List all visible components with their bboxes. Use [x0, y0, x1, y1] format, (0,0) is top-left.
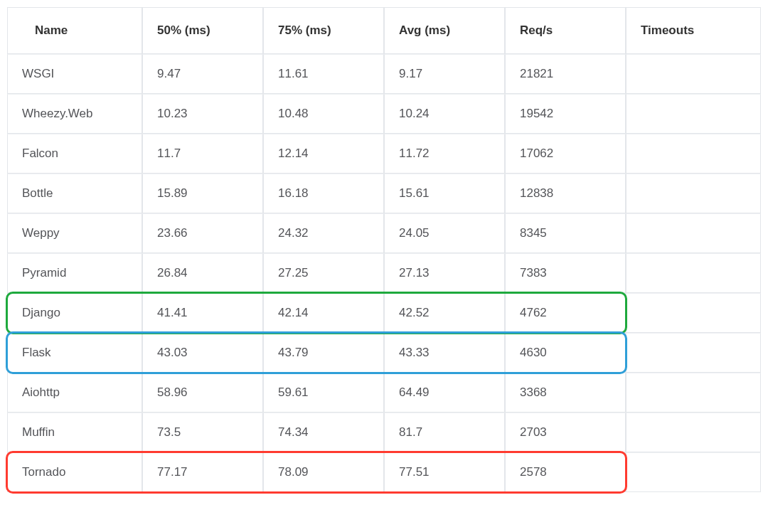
table-row: Django 41.41 42.14 42.52 4762 [7, 293, 761, 333]
cell-p50: 73.5 [142, 413, 263, 452]
cell-name: Weppy [7, 213, 142, 253]
col-header-avg: Avg (ms) [384, 7, 505, 54]
cell-avg: 27.13 [384, 253, 505, 293]
cell-p75: 12.14 [263, 134, 384, 174]
cell-avg: 24.05 [384, 213, 505, 253]
cell-p75: 11.61 [263, 54, 384, 94]
cell-name: WSGI [7, 54, 142, 94]
cell-timeouts [626, 54, 761, 94]
table-row: Wheezy.Web 10.23 10.48 10.24 19542 [7, 94, 761, 134]
table-row: WSGI 9.47 11.61 9.17 21821 [7, 54, 761, 94]
benchmark-table: Name 50% (ms) 75% (ms) Avg (ms) Req/s Ti… [7, 7, 761, 492]
cell-timeouts [626, 452, 761, 492]
col-header-reqs: Req/s [505, 7, 626, 54]
cell-timeouts [626, 413, 761, 452]
cell-reqs: 4630 [505, 333, 626, 373]
cell-reqs: 8345 [505, 213, 626, 253]
col-header-p75: 75% (ms) [263, 7, 384, 54]
cell-avg: 77.51 [384, 452, 505, 492]
cell-avg: 10.24 [384, 94, 505, 134]
table-row: Bottle 15.89 16.18 15.61 12838 [7, 174, 761, 213]
cell-name: Django [7, 293, 142, 333]
cell-p75: 10.48 [263, 94, 384, 134]
cell-name: Aiohttp [7, 373, 142, 413]
cell-timeouts [626, 134, 761, 174]
col-header-name: Name [7, 7, 142, 54]
cell-p75: 43.79 [263, 333, 384, 373]
cell-p50: 11.7 [142, 134, 263, 174]
cell-avg: 15.61 [384, 174, 505, 213]
col-header-p50: 50% (ms) [142, 7, 263, 54]
cell-p50: 23.66 [142, 213, 263, 253]
cell-p50: 10.23 [142, 94, 263, 134]
cell-timeouts [626, 174, 761, 213]
cell-reqs: 2703 [505, 413, 626, 452]
cell-name: Flask [7, 333, 142, 373]
cell-timeouts [626, 293, 761, 333]
table-row: Muffin 73.5 74.34 81.7 2703 [7, 413, 761, 452]
table-row: Pyramid 26.84 27.25 27.13 7383 [7, 253, 761, 293]
cell-timeouts [626, 373, 761, 413]
cell-p50: 77.17 [142, 452, 263, 492]
cell-reqs: 19542 [505, 94, 626, 134]
cell-p75: 42.14 [263, 293, 384, 333]
cell-name: Pyramid [7, 253, 142, 293]
cell-p75: 78.09 [263, 452, 384, 492]
cell-p50: 26.84 [142, 253, 263, 293]
cell-p50: 9.47 [142, 54, 263, 94]
cell-timeouts [626, 213, 761, 253]
table-row: Aiohttp 58.96 59.61 64.49 3368 [7, 373, 761, 413]
cell-p75: 74.34 [263, 413, 384, 452]
cell-avg: 42.52 [384, 293, 505, 333]
table-wrapper: Name 50% (ms) 75% (ms) Avg (ms) Req/s Ti… [7, 7, 761, 492]
cell-reqs: 21821 [505, 54, 626, 94]
cell-name: Bottle [7, 174, 142, 213]
cell-p75: 59.61 [263, 373, 384, 413]
cell-avg: 43.33 [384, 333, 505, 373]
col-header-timeouts: Timeouts [626, 7, 761, 54]
cell-reqs: 7383 [505, 253, 626, 293]
cell-reqs: 12838 [505, 174, 626, 213]
cell-reqs: 3368 [505, 373, 626, 413]
cell-p50: 41.41 [142, 293, 263, 333]
cell-name: Falcon [7, 134, 142, 174]
cell-avg: 64.49 [384, 373, 505, 413]
cell-avg: 9.17 [384, 54, 505, 94]
table-row: Flask 43.03 43.79 43.33 4630 [7, 333, 761, 373]
table-row: Falcon 11.7 12.14 11.72 17062 [7, 134, 761, 174]
cell-p75: 16.18 [263, 174, 384, 213]
cell-p75: 24.32 [263, 213, 384, 253]
cell-p75: 27.25 [263, 253, 384, 293]
table-row: Weppy 23.66 24.32 24.05 8345 [7, 213, 761, 253]
cell-p50: 15.89 [142, 174, 263, 213]
cell-reqs: 17062 [505, 134, 626, 174]
cell-p50: 58.96 [142, 373, 263, 413]
table-header-row: Name 50% (ms) 75% (ms) Avg (ms) Req/s Ti… [7, 7, 761, 54]
table-body: WSGI 9.47 11.61 9.17 21821 Wheezy.Web 10… [7, 54, 761, 492]
cell-avg: 11.72 [384, 134, 505, 174]
cell-reqs: 4762 [505, 293, 626, 333]
cell-name: Wheezy.Web [7, 94, 142, 134]
cell-avg: 81.7 [384, 413, 505, 452]
table-row: Tornado 77.17 78.09 77.51 2578 [7, 452, 761, 492]
cell-timeouts [626, 253, 761, 293]
cell-p50: 43.03 [142, 333, 263, 373]
cell-name: Tornado [7, 452, 142, 492]
cell-name: Muffin [7, 413, 142, 452]
cell-reqs: 2578 [505, 452, 626, 492]
cell-timeouts [626, 333, 761, 373]
cell-timeouts [626, 94, 761, 134]
